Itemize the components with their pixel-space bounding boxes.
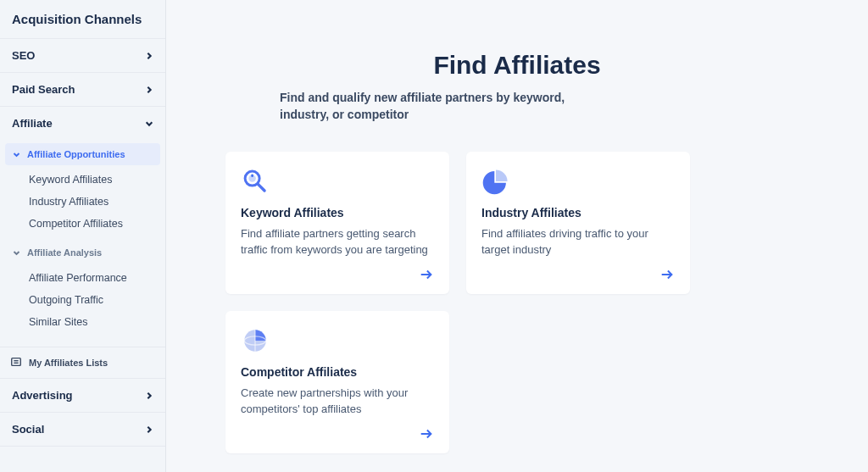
list-icon xyxy=(10,356,22,369)
card-title: Industry Affiliates xyxy=(481,206,675,219)
arrow-right-icon xyxy=(659,267,675,282)
card-title: Competitor Affiliates xyxy=(241,365,434,379)
sidebar-item-outgoing-traffic[interactable]: Outgoing Traffic xyxy=(25,289,160,311)
card-title: Keyword Affiliates xyxy=(241,206,434,219)
sidebar: Acquisition Channels SEO Paid Search Aff… xyxy=(0,0,166,472)
globe-icon xyxy=(241,326,270,355)
subgroup-affiliate-analysis[interactable]: Affiliate Analysis xyxy=(5,242,160,264)
card-desc: Find affiliates driving traffic to your … xyxy=(481,226,675,267)
affiliate-subnav: Affiliate Opportunities Keyword Affiliat… xyxy=(0,140,165,347)
chevron-down-icon xyxy=(12,248,20,257)
card-desc: Create new partnerships with your compet… xyxy=(241,386,434,426)
svg-rect-0 xyxy=(12,358,21,366)
sidebar-title: Acquisition Channels xyxy=(0,0,165,38)
subgroup-label: Affiliate Opportunities xyxy=(27,149,125,159)
nav-item-label: Advertising xyxy=(12,389,73,402)
chevron-down-icon xyxy=(145,119,153,128)
page-header: Find Affiliates Find and qualify new aff… xyxy=(280,51,754,123)
nav-item-affiliate[interactable]: Affiliate xyxy=(0,106,165,140)
card-competitor-affiliates[interactable]: Competitor Affiliates Create new partner… xyxy=(225,311,449,453)
my-affiliates-lists[interactable]: My Affiliates Lists xyxy=(0,347,165,378)
nav-item-seo[interactable]: SEO xyxy=(0,38,165,72)
magnifier-icon xyxy=(241,167,270,196)
sidebar-item-affiliate-performance[interactable]: Affiliate Performance xyxy=(25,267,160,289)
chevron-right-icon xyxy=(145,52,153,60)
my-lists-label: My Affiliates Lists xyxy=(29,358,108,368)
svg-line-6 xyxy=(258,185,264,192)
subgroup-label: Affiliate Analysis xyxy=(27,247,102,258)
chevron-right-icon xyxy=(145,425,153,434)
nav-item-label: SEO xyxy=(12,49,35,62)
chevron-right-icon xyxy=(145,86,153,94)
nav-item-social[interactable]: Social xyxy=(0,412,165,447)
arrow-right-icon xyxy=(419,426,434,441)
pie-icon xyxy=(481,167,510,196)
sidebar-item-keyword-affiliates[interactable]: Keyword Affiliates xyxy=(25,169,160,191)
sublist-affiliate-opportunities: Keyword Affiliates Industry Affiliates C… xyxy=(5,165,160,242)
main-content: Find Affiliates Find and qualify new aff… xyxy=(166,0,868,472)
arrow-right-icon xyxy=(419,267,434,282)
nav-item-label: Social xyxy=(12,423,44,436)
nav-item-advertising[interactable]: Advertising xyxy=(0,378,165,412)
svg-rect-5 xyxy=(251,175,253,177)
nav-item-paid-search[interactable]: Paid Search xyxy=(0,72,165,106)
sublist-affiliate-analysis: Affiliate Performance Outgoing Traffic S… xyxy=(5,264,160,340)
chevron-down-icon xyxy=(12,150,20,158)
card-keyword-affiliates[interactable]: Keyword Affiliates Find affiliate partne… xyxy=(225,152,449,294)
nav-item-label: Paid Search xyxy=(12,83,75,96)
page-subtitle: Find and qualify new affiliate partners … xyxy=(280,90,585,123)
card-industry-affiliates[interactable]: Industry Affiliates Find affiliates driv… xyxy=(466,152,690,294)
chevron-right-icon xyxy=(145,391,153,400)
card-desc: Find affiliate partners getting search t… xyxy=(241,226,434,267)
sidebar-item-competitor-affiliates[interactable]: Competitor Affiliates xyxy=(25,213,160,235)
card-grid: Keyword Affiliates Find affiliate partne… xyxy=(225,152,809,453)
sidebar-item-industry-affiliates[interactable]: Industry Affiliates xyxy=(25,191,160,213)
subgroup-affiliate-opportunities[interactable]: Affiliate Opportunities xyxy=(5,143,160,165)
page-title: Find Affiliates xyxy=(280,51,754,80)
sidebar-item-similar-sites[interactable]: Similar Sites xyxy=(25,311,160,333)
nav-item-label: Affiliate xyxy=(12,117,53,130)
